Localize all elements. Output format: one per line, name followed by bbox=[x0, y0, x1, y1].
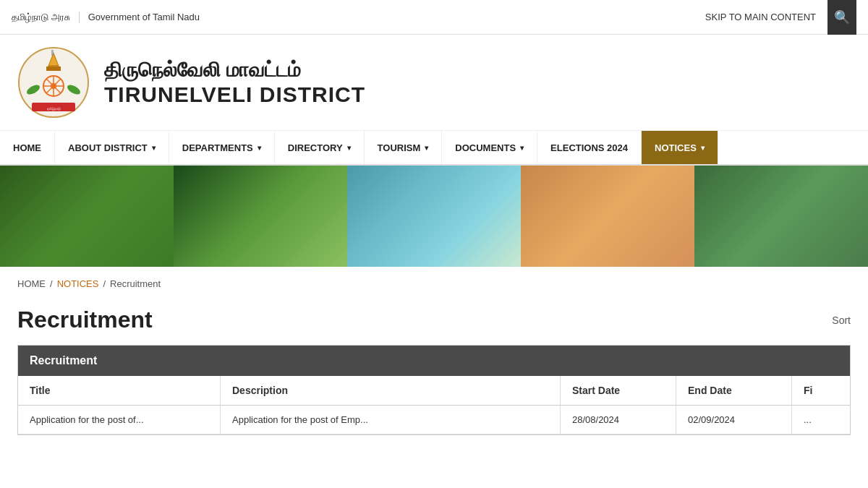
top-bar: தமிழ்நாடு அரசு Government of Tamil Nadu … bbox=[0, 0, 868, 35]
nav-directory-chevron-icon: ▾ bbox=[347, 144, 351, 152]
nav-documents-label: DOCUMENTS bbox=[455, 142, 516, 153]
cell-title-0: Application for the post of... bbox=[18, 406, 221, 434]
nav-tourism-chevron-icon: ▾ bbox=[425, 144, 428, 152]
nav-home-label: HOME bbox=[13, 142, 41, 153]
nav-documents[interactable]: DOCUMENTS ▾ bbox=[442, 131, 537, 164]
col-header-start-date: Start Date bbox=[561, 376, 676, 405]
col-header-description: Description bbox=[221, 376, 561, 405]
nav-home[interactable]: HOME bbox=[0, 131, 55, 164]
nav-elections[interactable]: ELECTIONS 2024 bbox=[537, 131, 642, 164]
hero-image-5 bbox=[694, 166, 868, 267]
cell-file-0: ... bbox=[792, 406, 850, 434]
breadcrumb-sep-1: / bbox=[50, 278, 53, 289]
nav-tourism-label: TOURISM bbox=[378, 142, 421, 153]
skip-to-main-link[interactable]: SKIP TO MAIN CONTENT bbox=[705, 12, 816, 22]
nav-departments[interactable]: DEPARTMENTS ▾ bbox=[169, 131, 275, 164]
table-section-title: Recruitment bbox=[18, 346, 850, 376]
breadcrumb-sep-2: / bbox=[103, 278, 106, 289]
nav-directory[interactable]: DIRECTORY ▾ bbox=[275, 131, 365, 164]
svg-rect-10 bbox=[51, 50, 54, 56]
hero-image-1 bbox=[0, 166, 174, 267]
table-column-headers: Title Description Start Date End Date Fi bbox=[18, 376, 850, 406]
nav-directory-label: DIRECTORY bbox=[288, 142, 343, 153]
recruitment-table: Recruitment Title Description Start Date… bbox=[17, 345, 851, 435]
header-text: திருநெல்வேலி மாவட்டம் TIRUNELVELI DISTRI… bbox=[104, 59, 365, 107]
nav-about-district[interactable]: ABOUT DISTRICT ▾ bbox=[55, 131, 169, 164]
page-title: Recruitment bbox=[17, 307, 153, 333]
nav-notices-chevron-icon: ▾ bbox=[701, 144, 705, 152]
hero-image-3 bbox=[347, 166, 521, 267]
svg-text:தமிழ்நாடு: தமிழ்நாடு bbox=[47, 106, 61, 111]
gov-label: Government of Tamil Nadu bbox=[88, 12, 200, 22]
hero-image-2 bbox=[174, 166, 347, 267]
sort-label[interactable]: Sort bbox=[832, 314, 851, 326]
svg-rect-8 bbox=[46, 67, 61, 71]
nav-about-district-label: ABOUT DISTRICT bbox=[68, 142, 148, 153]
nav-about-chevron-icon: ▾ bbox=[152, 144, 156, 152]
search-button[interactable]: 🔍 bbox=[827, 0, 856, 35]
main-nav: HOME ABOUT DISTRICT ▾ DEPARTMENTS ▾ DIRE… bbox=[0, 131, 868, 166]
nav-departments-chevron-icon: ▾ bbox=[258, 144, 261, 152]
breadcrumb-home-link[interactable]: HOME bbox=[17, 278, 46, 289]
search-icon: 🔍 bbox=[834, 9, 850, 25]
col-header-end-date: End Date bbox=[676, 376, 792, 405]
tamil-label: தமிழ்நாடு அரசு bbox=[12, 12, 80, 23]
nav-documents-chevron-icon: ▾ bbox=[520, 144, 524, 152]
nav-elections-label: ELECTIONS 2024 bbox=[550, 142, 628, 153]
cell-description-0: Application for the post of Emp... bbox=[221, 406, 561, 434]
hero-gallery bbox=[0, 166, 868, 267]
top-bar-left: தமிழ்நாடு அரசு Government of Tamil Nadu bbox=[12, 12, 200, 23]
page-title-area: Recruitment Sort bbox=[0, 301, 868, 345]
nav-tourism[interactable]: TOURISM ▾ bbox=[365, 131, 443, 164]
nav-notices[interactable]: NOTICES ▾ bbox=[642, 131, 718, 164]
table-row: Application for the post of... Applicati… bbox=[18, 406, 850, 435]
district-logo: தமிழ்நாடு bbox=[17, 46, 90, 119]
breadcrumb: HOME / NOTICES / Recruitment bbox=[0, 267, 868, 301]
hero-image-4 bbox=[521, 166, 694, 267]
nav-notices-label: NOTICES bbox=[655, 142, 697, 153]
cell-start-date-0: 28/08/2024 bbox=[561, 406, 676, 434]
breadcrumb-notices-link[interactable]: NOTICES bbox=[57, 278, 99, 289]
top-bar-right: SKIP TO MAIN CONTENT 🔍 bbox=[705, 0, 856, 35]
nav-departments-label: DEPARTMENTS bbox=[182, 142, 253, 153]
eng-district-title: TIRUNELVELI DISTRICT bbox=[104, 82, 365, 107]
breadcrumb-current: Recruitment bbox=[110, 278, 161, 289]
col-header-title: Title bbox=[18, 376, 221, 405]
site-header: தமிழ்நாடு திருநெல்வேலி மாவட்டம் TIRUNELV… bbox=[0, 35, 868, 131]
cell-end-date-0: 02/09/2024 bbox=[676, 406, 792, 434]
col-header-file: Fi bbox=[792, 376, 850, 405]
tamil-district-title: திருநெல்வேலி மாவட்டம் bbox=[104, 59, 365, 82]
